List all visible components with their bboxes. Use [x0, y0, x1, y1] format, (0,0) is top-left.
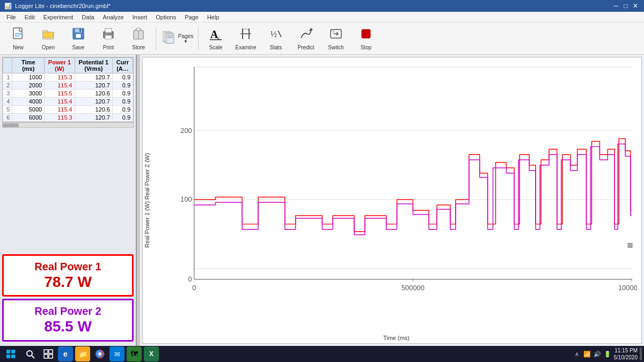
row-num: 5	[3, 106, 12, 114]
taskbar: e 📁 ✉ 🗺 X ∧ 📶 🔊 🔋 11:15 PM 5/10/2020	[0, 346, 644, 362]
table-row: 2 2000 115.4 120.7 0.9	[3, 82, 133, 90]
scale-button[interactable]: A Scale	[202, 25, 230, 53]
switch-icon: °F	[328, 26, 343, 43]
cell-curr: 0.9	[112, 106, 133, 114]
cell-potential: 120.7	[75, 98, 112, 106]
pages-button[interactable]: Pages ▼	[159, 25, 195, 53]
scale-icon: A	[208, 26, 223, 43]
menu-options[interactable]: Options	[151, 13, 180, 21]
cell-curr: 0.9	[112, 90, 133, 98]
svg-text:500000: 500000	[401, 284, 425, 292]
examine-button[interactable]: Examine	[232, 25, 260, 53]
cell-curr: 0.9	[112, 82, 133, 90]
show-desktop-button[interactable]	[640, 348, 642, 360]
open-icon	[41, 26, 56, 43]
row-num: 4	[3, 98, 12, 106]
sys-tray-icons: ∧ 📶 🔊 🔋	[573, 350, 612, 358]
svg-rect-0	[13, 28, 22, 39]
excel-taskbar-icon[interactable]: X	[144, 346, 159, 361]
svg-rect-51	[6, 354, 10, 358]
explorer-taskbar-icon[interactable]: 📁	[75, 346, 90, 361]
power2-value: 85.5 W	[10, 317, 126, 336]
minimize-button[interactable]: ─	[612, 2, 620, 10]
tray-battery[interactable]: 🔋	[603, 350, 612, 358]
task-view-button[interactable]	[41, 346, 56, 361]
ie-taskbar-icon[interactable]: e	[58, 346, 73, 361]
cell-time: 1000	[12, 73, 45, 82]
menu-analyze[interactable]: Analyze	[99, 13, 128, 21]
toolbar-sep-2	[198, 27, 199, 50]
stats-icon: ½	[268, 26, 283, 43]
cell-power1: 115.4	[45, 82, 75, 90]
svg-line-30	[310, 28, 312, 29]
maximize-button[interactable]: □	[621, 2, 630, 10]
predict-button[interactable]: Predict	[292, 25, 320, 53]
predict-icon	[298, 26, 313, 43]
window-title: Logger Lite - cinebenchr20run.gmbl*	[15, 3, 111, 9]
row-num: 1	[3, 73, 12, 82]
taskbar-time-display: 11:15 PM	[614, 347, 638, 354]
print-button[interactable]: Print	[94, 25, 122, 53]
chrome-taskbar-icon[interactable]	[92, 346, 107, 361]
examine-icon	[238, 26, 253, 43]
stop-button[interactable]: Stop	[352, 25, 380, 53]
cell-time: 6000	[12, 114, 45, 122]
svg-rect-58	[49, 354, 53, 358]
tray-network[interactable]: 📶	[583, 350, 591, 358]
print-icon	[101, 26, 116, 43]
cell-potential: 120.7	[75, 82, 112, 90]
power2-readout: Real Power 2 85.5 W	[2, 299, 134, 342]
svg-text:0: 0	[192, 284, 196, 292]
chart-area: Real Power 1 (W) Real Power 2 (W) 0 100 …	[142, 57, 642, 344]
panel-resize-handle[interactable]	[137, 55, 140, 346]
tray-chevron[interactable]: ∧	[573, 350, 581, 358]
menu-insert[interactable]: Insert	[128, 13, 152, 21]
chart-x-label: Time (ms)	[383, 335, 409, 341]
svg-rect-56	[49, 350, 53, 353]
menu-help[interactable]: Help	[203, 13, 224, 21]
stats-button[interactable]: ½ Stats	[262, 25, 290, 53]
stop-label: Stop	[361, 45, 372, 50]
pages-dropdown-arrow[interactable]: ▼	[184, 39, 188, 44]
menu-edit[interactable]: Edit	[20, 13, 39, 21]
menu-page[interactable]: Page	[180, 13, 203, 21]
svg-rect-6	[79, 29, 81, 32]
tray-sound[interactable]: 🔊	[593, 350, 602, 358]
col-header-rownum	[3, 58, 12, 73]
svg-rect-48	[628, 243, 632, 248]
cell-potential: 120.7	[75, 73, 112, 82]
taskbar-date-display: 5/10/2020	[614, 354, 638, 361]
maps-taskbar-icon[interactable]: 🗺	[127, 346, 142, 361]
row-num: 6	[3, 114, 12, 122]
table-scroll-thumb[interactable]	[3, 123, 19, 127]
cell-time: 3000	[12, 90, 45, 98]
svg-text:A: A	[210, 28, 218, 40]
mail-taskbar-icon[interactable]: ✉	[109, 346, 125, 361]
col-header-time: Time(ms)	[12, 58, 45, 73]
predict-label: Predict	[297, 45, 314, 50]
search-taskbar-button[interactable]	[21, 346, 39, 361]
col-header-potential: Potential 1(Vrms)	[75, 58, 112, 73]
menu-data[interactable]: Data	[77, 13, 98, 21]
close-button[interactable]: ✕	[631, 2, 640, 10]
table-scroll-bar[interactable]	[2, 122, 134, 128]
svg-rect-8	[105, 28, 112, 33]
chart-svg: 0 100 200 0 500000 1000000	[173, 62, 637, 322]
cell-time: 4000	[12, 98, 45, 106]
row-num: 2	[3, 82, 12, 90]
menu-experiment[interactable]: Experiment	[39, 13, 78, 21]
start-button[interactable]	[2, 348, 19, 360]
scale-label: Scale	[209, 45, 222, 50]
save-button[interactable]: Save	[64, 25, 92, 53]
switch-button[interactable]: °F Switch	[322, 25, 350, 53]
system-tray: ∧ 📶 🔊 🔋 11:15 PM 5/10/2020	[573, 347, 642, 361]
cell-power1: 115.4	[45, 98, 75, 106]
svg-rect-49	[6, 350, 10, 353]
taskbar-clock[interactable]: 11:15 PM 5/10/2020	[614, 347, 638, 361]
new-button[interactable]: New	[4, 25, 32, 53]
left-panel: Time(ms) Power 1(W) Potential 1(Vrms) Cu…	[0, 55, 137, 346]
store-button[interactable]: Store	[125, 25, 152, 53]
open-button[interactable]: Open	[34, 25, 62, 53]
svg-text:200: 200	[180, 127, 192, 135]
menu-file[interactable]: File	[2, 13, 20, 21]
